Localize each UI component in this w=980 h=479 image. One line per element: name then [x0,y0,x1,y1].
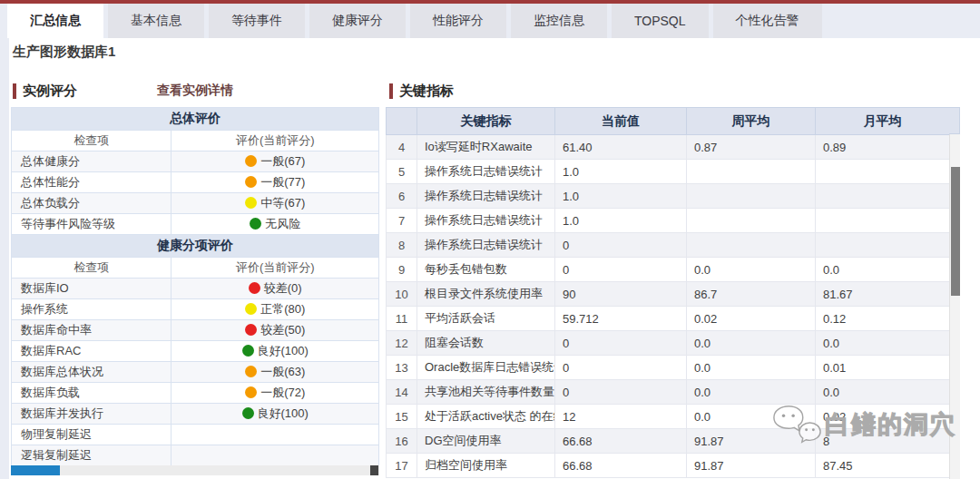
tab-bar: 汇总信息基本信息等待事件健康评分性能评分监控信息TOPSQL个性化告警 [0,4,980,38]
indicator-name-cell: 平均活跃会话 [417,307,555,331]
score-value-cell [172,425,379,445]
row-number-cell: 16 [387,429,417,454]
row-number-cell: 14 [387,380,417,405]
column-header-item: 检查项 [12,131,172,152]
vertical-scrollbar[interactable] [949,134,960,479]
current-value-cell: 1.0 [555,184,687,209]
month-average-cell: 0.0 [816,380,950,405]
month-average-cell: 0.02 [816,405,950,429]
indicator-name-cell: 操作系统日志错误统计 [417,233,555,258]
score-value-cell [172,445,379,466]
week-average-cell [687,160,816,184]
check-item-cell: 数据库负载 [12,383,172,404]
row-number-cell: 17 [387,454,417,478]
month-average-cell [816,233,950,258]
column-header-item: 检查项 [12,258,172,279]
column-header-2[interactable]: 周平均 [687,108,816,135]
table-row: 数据库并发执行良好(100) [12,404,379,425]
week-average-cell: 0.02 [687,307,816,331]
section-bar-icon [389,83,393,99]
indicator-name-cell: Oracle数据库日志错误统计 [417,356,555,380]
table-row: 数据库IO较差(0) [12,279,379,299]
column-header-1[interactable]: 当前值 [555,108,687,135]
tab-wait-events[interactable]: 等待事件 [209,4,305,38]
tab-basic-info[interactable]: 基本信息 [108,4,204,38]
tab-health-score[interactable]: 健康评分 [309,4,406,38]
orange-status-dot-icon [245,386,257,398]
table-row: 操作系统正常(80) [12,299,379,320]
column-header-row: 检查项评价(当前评分) [12,131,379,152]
week-average-cell: 91.87 [687,454,816,478]
table-row: 9每秒丢包错包数00.00.0 [387,258,950,282]
week-average-cell [687,233,816,258]
current-value-cell: 90 [555,282,687,307]
green-status-dot-icon [250,218,261,230]
table-row: 15处于活跃active状态 的在线日...120.00.02 [387,405,950,429]
week-average-cell: 86.7 [687,282,816,307]
section-bar-icon [13,83,16,99]
orange-status-dot-icon [245,176,257,188]
column-header-row: 检查项评价(当前评分) [12,258,379,279]
month-average-cell: 0.0 [816,331,950,356]
row-number-cell: 12 [387,331,417,356]
score-value-cell: 较差(50) [172,320,379,341]
red-status-dot-icon [249,282,260,294]
view-instance-details-link[interactable]: 查看实例详情 [157,83,233,99]
row-number-cell: 7 [387,209,417,233]
indicator-name-cell: 操作系统日志错误统计 [417,160,555,184]
column-header-3[interactable]: 月平均 [816,108,950,135]
key-indicators-header: 关键指标 [389,82,454,100]
indicator-name-cell: Io读写延时RXawaite [417,135,555,160]
horizontal-scrollbar-end [370,465,378,475]
month-average-cell: 0.89 [816,135,950,160]
month-average-cell: 0.0 [816,258,950,282]
week-average-cell [687,184,816,209]
group-header-row: 总体评价 [12,108,379,131]
instance-score-header: 实例评分 查看实例详情 [13,82,233,100]
row-number-cell: 11 [387,307,417,331]
column-header-0[interactable]: 关键指标 [417,108,555,135]
check-item-cell: 数据库IO [12,279,172,299]
table-row: 数据库负载一般(72) [12,383,379,404]
tab-performance-score[interactable]: 性能评分 [410,4,506,38]
tab-topsql[interactable]: TOPSQL [612,4,709,38]
tab-monitor-info[interactable]: 监控信息 [511,4,607,38]
table-row: 数据库命中率较差(50) [12,320,379,341]
row-number-cell: 15 [387,405,417,429]
check-item-cell: 等待事件风险等级 [12,214,172,235]
week-average-cell: 0.0 [687,405,816,429]
tab-custom-alerts[interactable]: 个性化告警 [713,4,822,38]
table-row: 17归档空间使用率66.6891.8787.45 [387,454,950,478]
check-item-cell: 总体健康分 [12,152,172,172]
table-row: 10根目录文件系统使用率9086.781.67 [387,282,950,307]
current-value-cell: 12 [555,405,687,429]
key-indicators-table-body: 4Io读写延时RXawaite61.400.870.895操作系统日志错误统计1… [387,135,950,478]
check-item-cell: 逻辑复制延迟 [12,445,172,466]
key-indicators-table: 关键指标当前值周平均月平均 4Io读写延时RXawaite61.400.870.… [386,107,950,478]
row-number-cell: 9 [387,258,417,282]
month-average-cell: 8 [816,429,950,454]
current-value-cell: 0 [555,258,687,282]
yellow-status-dot-icon [245,197,257,209]
month-average-cell: 0.12 [816,307,950,331]
header-extension [949,107,960,134]
tab-summary-info[interactable]: 汇总信息 [7,4,103,38]
orange-status-dot-icon [245,155,257,167]
score-value-cell: 正常(80) [172,299,379,320]
current-value-cell: 59.712 [555,307,687,331]
current-value-cell: 0 [555,380,687,405]
row-number-cell: 5 [387,160,417,184]
column-header-num[interactable] [387,108,417,135]
table-row: 8操作系统日志错误统计0 [387,233,950,258]
indicator-name-cell: DG空间使用率 [417,429,555,454]
current-value-cell: 0 [555,356,687,380]
vertical-scrollbar-thumb[interactable] [951,167,960,296]
indicator-name-cell: 每秒丢包错包数 [417,258,555,282]
score-value-cell: 一般(77) [172,172,379,193]
table-row: 6操作系统日志错误统计1.0 [387,184,950,209]
horizontal-scrollbar[interactable] [11,465,379,475]
horizontal-scrollbar-thumb[interactable] [11,465,60,475]
green-status-dot-icon [242,345,254,357]
month-average-cell [816,160,950,184]
current-value-cell: 0 [555,331,687,356]
